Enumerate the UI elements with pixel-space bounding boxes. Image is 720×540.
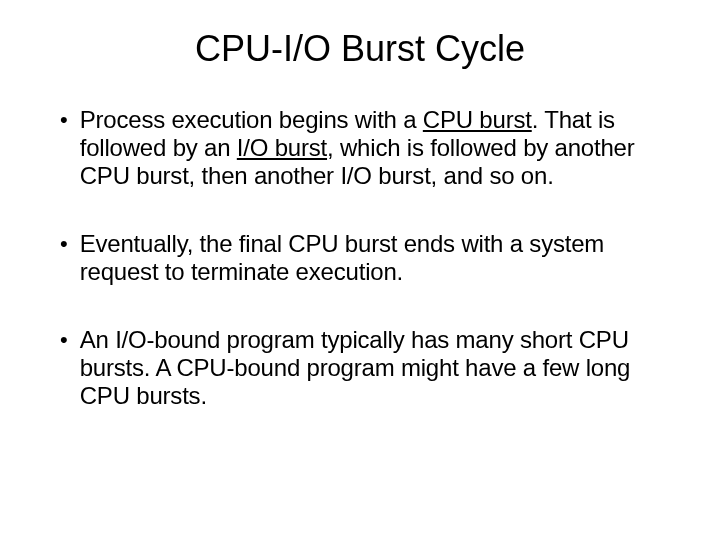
bullet-text-1: Process execution begins with a CPU burs…: [80, 106, 672, 190]
bullet-marker: •: [60, 106, 68, 190]
bullet-item: • Process execution begins with a CPU bu…: [60, 106, 672, 190]
bullet-marker: •: [60, 326, 68, 410]
underline-cpu-burst: CPU burst: [423, 106, 532, 133]
bullet-text-2: Eventually, the final CPU burst ends wit…: [80, 230, 672, 286]
bullet-text-3: An I/O-bound program typically has many …: [80, 326, 672, 410]
bullet-marker: •: [60, 230, 68, 286]
underline-io-burst: I/O burst: [237, 134, 327, 161]
bullet-item: • Eventually, the final CPU burst ends w…: [60, 230, 672, 286]
slide-content: • Process execution begins with a CPU bu…: [48, 106, 672, 410]
bullet-item: • An I/O-bound program typically has man…: [60, 326, 672, 410]
slide-title: CPU-I/O Burst Cycle: [48, 28, 672, 70]
